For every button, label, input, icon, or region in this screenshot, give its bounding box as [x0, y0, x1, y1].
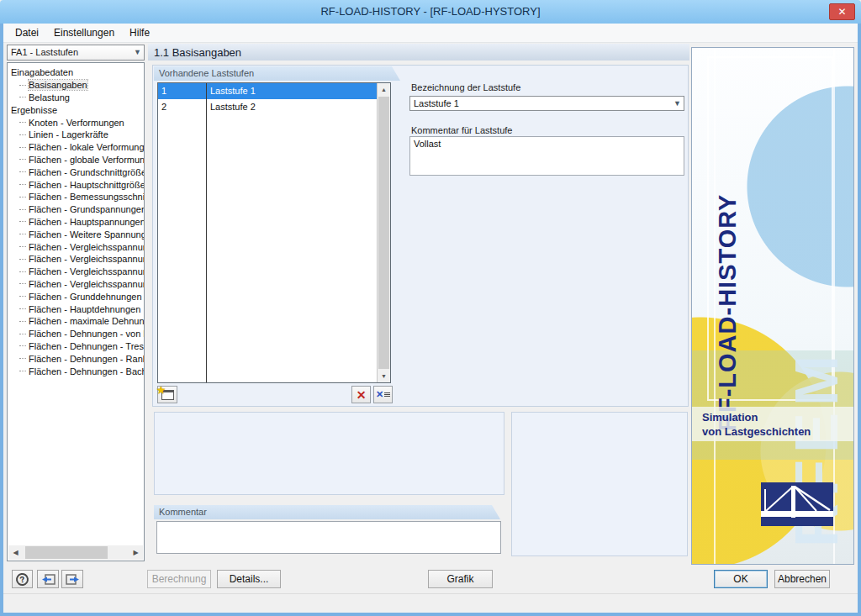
window-border-left — [0, 24, 3, 616]
menu-item-datei[interactable]: Datei — [8, 25, 45, 40]
details-button[interactable]: Details... — [217, 570, 281, 588]
dlubal-logo — [761, 482, 833, 526]
tree-connector — [19, 147, 26, 148]
tree-item[interactable]: Flächen - Dehnungen - von Mises — [9, 328, 144, 340]
tree-connector — [19, 334, 26, 334]
tree-item[interactable]: Flächen - Hauptdehnungen — [9, 303, 144, 315]
tree-item[interactable]: Flächen - Dehnungen - Rankine — [9, 352, 144, 365]
tree-item[interactable]: Knoten - Verformungen — [9, 116, 144, 129]
rfem-watermark: RFEM — [786, 60, 847, 547]
info-panel — [511, 412, 688, 556]
window-border-bottom — [0, 613, 861, 616]
dock-panel-button[interactable] — [37, 570, 59, 588]
tree-connector — [19, 209, 26, 210]
tree-item[interactable]: Flächen - maximale Dehnungen — [9, 315, 144, 328]
tagline: Simulation von Lastgeschichten — [692, 407, 853, 441]
abbrechen-button[interactable]: Abbrechen — [774, 570, 830, 588]
scroll-right-icon[interactable]: ▶ — [129, 545, 143, 560]
tree-item[interactable]: Flächen - lokale Verformungen — [9, 141, 144, 154]
tree-items: EinagabedatenBasisangabenBelastungErgebn… — [9, 66, 144, 377]
tree-item[interactable]: Flächen - Hauptspannungen — [9, 216, 144, 229]
tree-connector — [19, 271, 26, 272]
tree-item-label: Flächen - Vergleichsspannungen — [29, 242, 144, 252]
tree-item[interactable]: Flächen - Vergleichsspannungen — [9, 253, 144, 266]
ok-button[interactable]: OK — [714, 570, 768, 588]
arrow-out-of-window-icon — [66, 574, 80, 585]
tree-item-label: Flächen - Dehnungen - von Mises — [29, 329, 144, 339]
tree-item[interactable]: Einagabedaten — [9, 66, 144, 79]
load-case-select[interactable]: FA1 - Laststufen ▼ — [7, 45, 145, 61]
tree-item-label: Flächen - Vergleichsspannungen — [29, 279, 144, 289]
tree-connector — [19, 171, 26, 172]
tree-item[interactable]: Flächen - Weitere Spannungen — [9, 228, 144, 240]
help-button[interactable]: ? — [12, 570, 33, 588]
scroll-up-icon[interactable]: ▲ — [378, 83, 390, 96]
tree-item-label: Flächen - Dehnungen - Rankine — [29, 354, 144, 364]
tagline-line2: von Lastgeschichten — [702, 424, 853, 439]
tree-horizontal-scrollbar[interactable]: ◀ ▶ — [8, 545, 143, 560]
comment-input[interactable] — [156, 521, 501, 554]
tree-item-label: Flächen - Bemessungsschnittgrößen — [29, 192, 144, 202]
tree-item[interactable]: Flächen - Bemessungsschnittgrößen — [9, 191, 144, 203]
menu-item-hilfe[interactable]: Hilfe — [123, 25, 156, 40]
tree-item[interactable]: Flächen - Grundschnittgrößen — [9, 166, 144, 178]
arrow-into-window-icon — [41, 574, 55, 585]
tree-item[interactable]: Linien - Lagerkräfte — [9, 129, 144, 141]
tree-connector — [19, 371, 26, 371]
tree-item-label: Flächen - Dehnungen - Tresca — [29, 341, 144, 351]
module-name-vertical: RF-LOAD-HISTORY — [716, 61, 740, 431]
delete-all-load-steps-button[interactable]: ✕ — [373, 386, 393, 403]
tree-item-label: Flächen - Hauptspannungen — [29, 217, 144, 227]
grafik-button[interactable]: Grafik — [428, 570, 493, 588]
tree-item[interactable]: Basisangaben — [9, 79, 144, 92]
load-step-number: 2 — [158, 99, 206, 115]
new-load-step-button[interactable]: ★ — [157, 386, 177, 403]
load-step-comment-input[interactable]: Vollast — [409, 136, 684, 176]
tree-item-label: Flächen - Vergleichsspannungen — [29, 266, 144, 276]
tree-connector — [19, 97, 26, 97]
tree-item[interactable]: Flächen - Hauptschnittgrößen — [9, 178, 144, 191]
tree-connector — [19, 234, 26, 234]
tree-connector — [19, 159, 26, 160]
tree-item[interactable]: Flächen - Grunddehnungen — [9, 290, 144, 303]
tree-item-label: Flächen - Vergleichsspannungen — [29, 254, 144, 264]
load-step-row[interactable]: 1Laststufe 1 — [158, 83, 377, 99]
tree-connector — [19, 296, 26, 297]
tagline-line1: Simulation — [702, 410, 853, 424]
chevron-down-icon: ▼ — [134, 48, 141, 56]
tree-item[interactable]: Belastung — [9, 92, 144, 104]
undock-panel-button[interactable] — [61, 570, 83, 588]
tree-item[interactable]: Flächen - Vergleichsspannungen — [9, 278, 144, 291]
berechnung-button: Berechnung — [147, 570, 211, 588]
load-step-name-select[interactable]: Laststufe 1 ▼ — [409, 96, 684, 111]
scroll-left-icon[interactable]: ◀ — [8, 545, 23, 560]
tree-connector — [19, 358, 26, 359]
load-steps-group-title: Vorhandene Laststufen — [154, 66, 400, 81]
tree-item-label: Flächen - globale Verformungen — [29, 155, 144, 165]
delete-load-step-button[interactable]: ✕ — [351, 386, 371, 403]
tree-connector — [19, 308, 26, 309]
list-vertical-scrollbar[interactable]: ▲ ▼ — [377, 83, 390, 382]
load-step-row[interactable]: 2Laststufe 2 — [158, 99, 377, 115]
scroll-thumb[interactable] — [378, 97, 389, 369]
tree-item[interactable]: Flächen - Dehnungen - Bach — [9, 365, 144, 377]
tree-item[interactable]: Flächen - globale Verformungen — [9, 154, 144, 166]
scroll-thumb[interactable] — [25, 546, 108, 559]
tree-item-label: Ergebnisse — [11, 105, 57, 115]
tree-connector — [19, 85, 26, 86]
tree-item[interactable]: Flächen - Vergleichsspannungen — [9, 240, 144, 253]
menu-bar: DateiEinstellungenHilfe — [3, 24, 858, 43]
tree-item[interactable]: Flächen - Dehnungen - Tresca — [9, 340, 144, 353]
tree-item[interactable]: Flächen - Grundspannungen — [9, 203, 144, 216]
tree-connector — [19, 197, 26, 197]
tree-connector — [19, 283, 26, 284]
scroll-down-icon[interactable]: ▼ — [378, 370, 390, 382]
status-strip — [3, 593, 858, 613]
menu-item-einstellungen[interactable]: Einstellungen — [47, 25, 121, 40]
load-steps-rows: 1Laststufe 12Laststufe 2 — [158, 83, 377, 382]
comment-group-title: Kommentar — [154, 505, 500, 519]
close-button[interactable]: ✕ — [829, 3, 855, 20]
tree-item[interactable]: Flächen - Vergleichsspannungen — [9, 266, 144, 278]
tree-item[interactable]: Ergebnisse — [9, 103, 144, 116]
navigation-tree: EinagabedatenBasisangabenBelastungErgebn… — [7, 62, 145, 561]
